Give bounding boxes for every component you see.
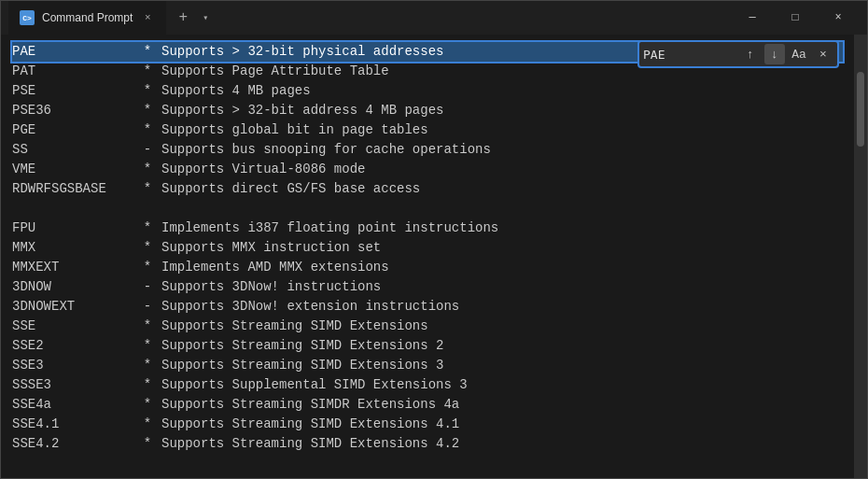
row-flag: * xyxy=(133,120,161,140)
row-desc: Supports direct GS/FS base access xyxy=(161,179,420,199)
tab-icon: C> xyxy=(20,10,35,25)
row-desc: Supports Streaming SIMD Extensions 4.2 xyxy=(161,434,459,454)
row-flag: * xyxy=(133,42,161,62)
row-name: SSE4.2 xyxy=(12,434,133,454)
row-name: SSE xyxy=(12,317,133,336)
titlebar: C> Command Prompt × + ▾ — □ × xyxy=(1,1,867,35)
find-match-case-button[interactable]: Aa xyxy=(789,44,809,64)
find-box: ↑ ↓ Aa × xyxy=(637,40,839,68)
row-name: MMX xyxy=(12,238,133,258)
row-name: 3DNOW xyxy=(12,277,133,297)
table-row: SSE4a*Supports Streaming SIMDR Extension… xyxy=(12,395,843,415)
row-desc: Supports > 32-bit physical addresses xyxy=(161,42,443,62)
row-flag: * xyxy=(133,179,161,199)
close-button[interactable]: × xyxy=(817,1,860,35)
tab-area: C> Command Prompt × + ▾ xyxy=(8,1,731,35)
row-desc: Supports Streaming SIMD Extensions 4.1 xyxy=(161,415,459,434)
terminal-output: PAE*Supports > 32-bit physical addresses… xyxy=(1,35,854,478)
row-name: RDWRFSGSBASE xyxy=(12,179,133,199)
row-flag: * xyxy=(133,336,161,356)
row-flag: * xyxy=(133,395,161,415)
scrollbar[interactable] xyxy=(854,35,867,478)
row-desc: Supports Page Attribute Table xyxy=(161,62,389,81)
row-desc: Supports 3DNow! extension instructions xyxy=(161,297,459,317)
row-flag: * xyxy=(133,218,161,238)
row-name: SSE4.1 xyxy=(12,415,133,434)
table-row: 3DNOWEXT-Supports 3DNow! extension instr… xyxy=(12,297,843,317)
row-desc: Supports 3DNow! instructions xyxy=(161,277,381,297)
new-tab-button[interactable]: + xyxy=(170,5,196,31)
row-desc: Implements AMD MMX extensions xyxy=(161,258,389,277)
row-desc: Supports Streaming SIMD Extensions xyxy=(161,317,428,336)
table-row: VME*Supports Virtual-8086 mode xyxy=(12,160,843,179)
active-tab[interactable]: C> Command Prompt × xyxy=(8,1,166,35)
row-name: PSE36 xyxy=(12,101,133,120)
table-row: SSE*Supports Streaming SIMD Extensions xyxy=(12,317,843,336)
row-desc: Supports Streaming SIMD Extensions 2 xyxy=(161,336,443,356)
find-close-button[interactable]: × xyxy=(813,44,833,64)
tab-close-button[interactable]: × xyxy=(140,10,155,25)
row-name: MMXEXT xyxy=(12,258,133,277)
row-name: FPU xyxy=(12,218,133,238)
row-name: SSE4a xyxy=(12,395,133,415)
row-desc: Supports global bit in page tables xyxy=(161,120,428,140)
table-row: SS-Supports bus snooping for cache opera… xyxy=(12,140,843,160)
find-next-button[interactable]: ↓ xyxy=(764,44,785,64)
table-row: MMXEXT*Implements AMD MMX extensions xyxy=(12,258,843,277)
table-row: SSE4.1*Supports Streaming SIMD Extension… xyxy=(12,415,843,434)
table-row xyxy=(12,199,843,218)
row-desc: Supports Streaming SIMD Extensions 3 xyxy=(161,356,443,375)
row-desc: Supports Streaming SIMDR Extensions 4a xyxy=(161,395,459,415)
row-flag: * xyxy=(133,238,161,258)
row-flag: - xyxy=(133,277,161,297)
row-flag: * xyxy=(133,81,161,101)
find-previous-button[interactable]: ↑ xyxy=(740,44,761,64)
table-row: PSE36*Supports > 32-bit address 4 MB pag… xyxy=(12,101,843,120)
row-desc: Supports 4 MB pages xyxy=(161,81,311,101)
row-desc: Supports Supplemental SIMD Extensions 3 xyxy=(161,375,468,395)
table-row: PGE*Supports global bit in page tables xyxy=(12,120,843,140)
find-input[interactable] xyxy=(643,48,736,62)
row-desc: Supports MMX instruction set xyxy=(161,238,381,258)
content-area: PAE*Supports > 32-bit physical addresses… xyxy=(1,35,867,478)
row-flag: * xyxy=(133,356,161,375)
row-name: SSE3 xyxy=(12,356,133,375)
table-row: FPU*Implements i387 floating point instr… xyxy=(12,218,843,238)
table-row: RDWRFSGSBASE*Supports direct GS/FS base … xyxy=(12,179,843,199)
row-flag: - xyxy=(133,140,161,160)
row-desc: Supports > 32-bit address 4 MB pages xyxy=(161,101,443,120)
table-row: PSE*Supports 4 MB pages xyxy=(12,81,843,101)
row-flag: * xyxy=(133,101,161,120)
row-name: PAE xyxy=(12,42,133,62)
maximize-button[interactable]: □ xyxy=(774,1,817,35)
table-row: SSE4.2*Supports Streaming SIMD Extension… xyxy=(12,434,843,454)
row-flag xyxy=(133,199,161,218)
table-row: 3DNOW-Supports 3DNow! instructions xyxy=(12,277,843,297)
table-row: SSSE3*Supports Supplemental SIMD Extensi… xyxy=(12,375,843,395)
row-name xyxy=(12,199,133,218)
row-flag: * xyxy=(133,434,161,454)
row-flag: * xyxy=(133,317,161,336)
tab-dropdown-button[interactable]: ▾ xyxy=(196,8,215,27)
table-row: SSE3*Supports Streaming SIMD Extensions … xyxy=(12,356,843,375)
row-flag: * xyxy=(133,160,161,179)
row-flag: * xyxy=(133,415,161,434)
row-name: PAT xyxy=(12,62,133,81)
row-desc: Supports bus snooping for cache operatio… xyxy=(161,140,491,160)
titlebar-controls: — □ × xyxy=(731,1,860,35)
row-name: VME xyxy=(12,160,133,179)
row-name: PSE xyxy=(12,81,133,101)
row-flag: * xyxy=(133,62,161,81)
row-name: PGE xyxy=(12,120,133,140)
row-name: SS xyxy=(12,140,133,160)
row-name: SSSE3 xyxy=(12,375,133,395)
tab-title: Command Prompt xyxy=(42,11,133,24)
scrollbar-thumb[interactable] xyxy=(857,72,864,147)
window: C> Command Prompt × + ▾ — □ × PAE*Suppor… xyxy=(0,0,868,479)
row-name: SSE2 xyxy=(12,336,133,356)
row-name: 3DNOWEXT xyxy=(12,297,133,317)
minimize-button[interactable]: — xyxy=(731,1,774,35)
row-flag: * xyxy=(133,258,161,277)
row-desc: Implements i387 floating point instructi… xyxy=(161,218,498,238)
row-flag: * xyxy=(133,375,161,395)
